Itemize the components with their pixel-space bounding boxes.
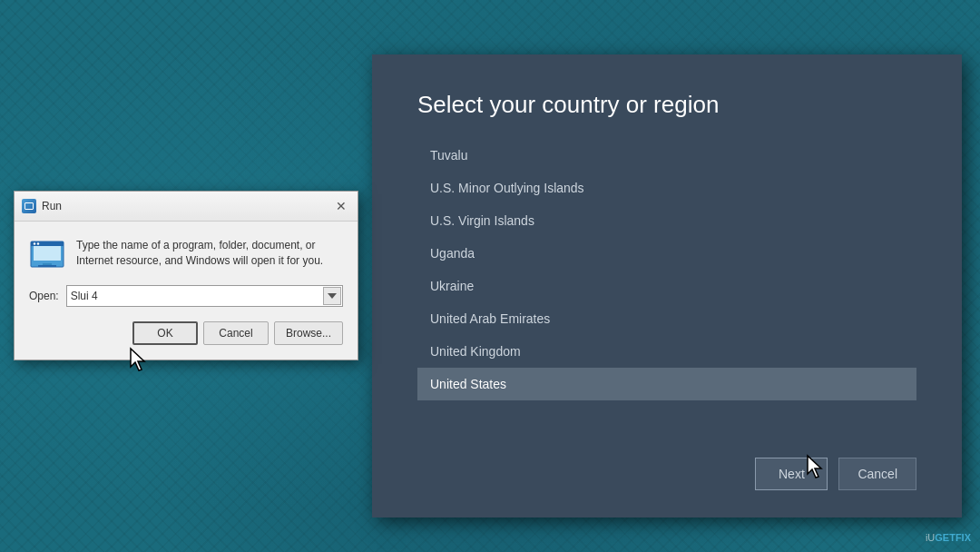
- svg-rect-5: [43, 263, 52, 265]
- list-item[interactable]: Tuvalu: [417, 139, 916, 172]
- list-item[interactable]: Uganda: [417, 237, 916, 270]
- list-item[interactable]: United Kingdom: [417, 335, 916, 368]
- run-titlebar: Run ✕: [15, 192, 358, 222]
- country-list-container: Turks and Caicos IslandsTuvaluU.S. Minor…: [417, 137, 916, 439]
- svg-point-3: [34, 242, 35, 244]
- list-item[interactable]: United States: [417, 368, 916, 400]
- svg-rect-1: [34, 244, 61, 261]
- run-input-field[interactable]: [66, 285, 343, 307]
- list-item[interactable]: United Arab Emirates: [417, 302, 916, 335]
- run-dialog: Run ✕ Type the name of a program, folder…: [14, 191, 358, 360]
- run-content-row: Type the name of a program, folder, docu…: [29, 236, 343, 272]
- run-open-label: Open:: [29, 290, 59, 302]
- run-dropdown-arrow[interactable]: [323, 287, 341, 305]
- run-body: Type the name of a program, folder, docu…: [15, 222, 358, 360]
- run-input-wrapper: [66, 285, 343, 307]
- brand-text: GETFIX: [935, 532, 971, 543]
- list-item[interactable]: U.S. Virgin Islands: [417, 204, 916, 237]
- svg-rect-2: [31, 242, 64, 246]
- run-ok-button[interactable]: OK: [132, 321, 198, 345]
- run-titlebar-left: Run: [22, 199, 62, 213]
- next-button[interactable]: Next: [755, 458, 828, 490]
- run-dialog-title: Run: [42, 200, 62, 212]
- run-buttons-row: OK Cancel Browse...: [29, 321, 343, 345]
- run-program-icon: [29, 236, 65, 272]
- run-browse-button[interactable]: Browse...: [274, 321, 343, 345]
- country-dialog-title: Select your country or region: [372, 54, 962, 137]
- run-close-button[interactable]: ✕: [332, 197, 350, 215]
- run-description-text: Type the name of a program, folder, docu…: [76, 238, 343, 269]
- svg-rect-6: [38, 265, 56, 267]
- list-item[interactable]: Ukraine: [417, 270, 916, 302]
- country-cancel-button[interactable]: Cancel: [838, 458, 916, 490]
- run-input-row: Open:: [29, 285, 343, 307]
- list-item[interactable]: U.S. Minor Outlying Islands: [417, 172, 916, 204]
- watermark: iUGETFIX: [926, 532, 971, 543]
- country-dialog-buttons: Next Cancel: [372, 439, 962, 518]
- run-app-icon: [22, 199, 36, 213]
- run-icon-inner: [24, 202, 34, 210]
- svg-point-4: [37, 242, 39, 244]
- run-cancel-button[interactable]: Cancel: [203, 321, 269, 345]
- country-list[interactable]: Turks and Caicos IslandsTuvaluU.S. Minor…: [417, 137, 916, 400]
- country-dialog: Select your country or region Turks and …: [372, 54, 962, 518]
